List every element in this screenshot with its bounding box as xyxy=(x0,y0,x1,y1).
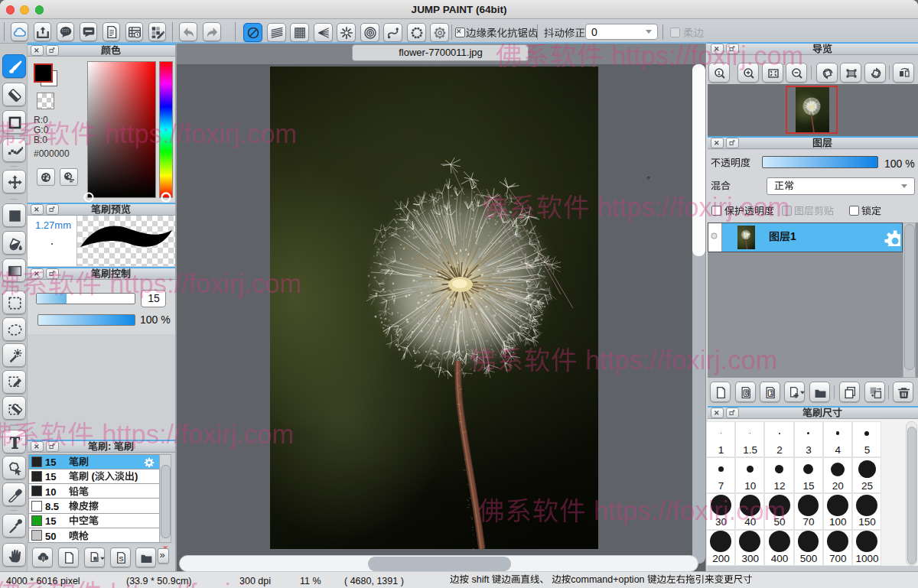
svg-text:1: 1 xyxy=(770,389,773,397)
svg-text:shift: shift xyxy=(469,574,492,585)
svg-text:): ) xyxy=(135,471,138,482)
svg-text:command+option: command+option xyxy=(571,574,647,585)
svg-text:https://foxirj.com: https://foxirj.com xyxy=(591,193,790,222)
svg-text:https://foxirj.com: https://foxirj.com xyxy=(103,579,303,588)
svg-text:https://foxirj.com: https://foxirj.com xyxy=(604,41,804,70)
svg-text:(: ( xyxy=(89,471,96,482)
svg-text:8: 8 xyxy=(744,389,748,397)
svg-text:https://foxirj.com: https://foxirj.com xyxy=(578,346,778,375)
svg-text:https://foxirj.com: https://foxirj.com xyxy=(98,119,298,148)
svg-text:https://foxirj.com: https://foxirj.com xyxy=(103,269,302,298)
svg-text:https://foxirj.com: https://foxirj.com xyxy=(95,420,295,449)
svg-text:1: 1 xyxy=(790,230,796,242)
svg-text:S: S xyxy=(119,554,123,563)
svg-text:https://foxirj.com: https://foxirj.com xyxy=(587,496,786,525)
